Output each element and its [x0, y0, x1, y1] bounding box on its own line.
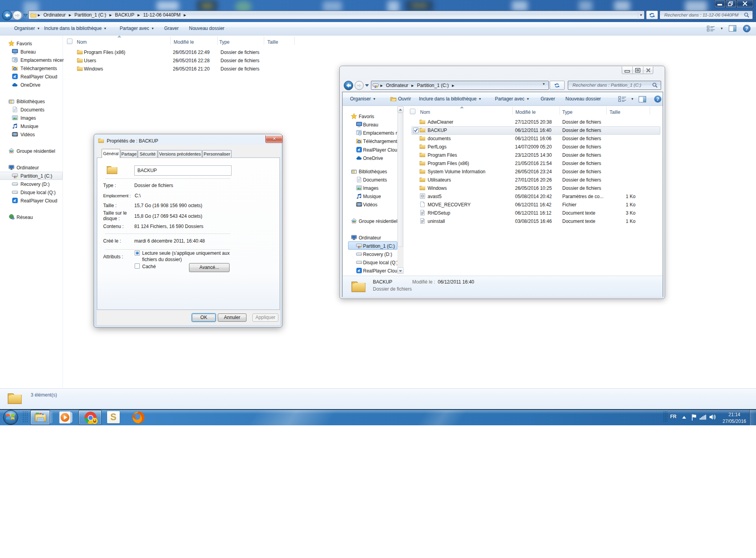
svg-text:?: ? — [745, 26, 748, 32]
svg-text:?: ? — [656, 96, 659, 102]
